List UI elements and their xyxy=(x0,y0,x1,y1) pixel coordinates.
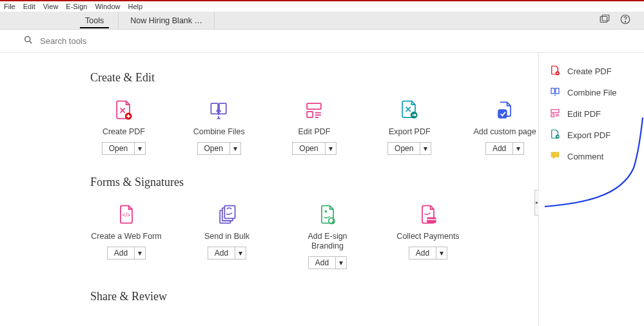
send-in-bulk-icon xyxy=(214,202,240,228)
svg-rect-23 xyxy=(427,218,436,223)
dropdown-caret[interactable]: ▾ xyxy=(436,247,447,260)
svg-line-5 xyxy=(30,41,32,43)
dropdown-caret[interactable]: ▾ xyxy=(135,142,146,155)
tool-label: Edit PDF xyxy=(298,127,330,137)
dropdown-caret[interactable]: ▾ xyxy=(336,256,347,269)
svg-point-20 xyxy=(325,210,327,213)
right-rail: ▸ Create PDF Combine File Edit PDF Expor… xyxy=(538,53,640,326)
rail-create-pdf[interactable]: Create PDF xyxy=(539,61,640,82)
comment-icon xyxy=(549,150,561,163)
tool-label: Add E-sign Branding xyxy=(291,232,364,251)
tab-document[interactable]: Now Hiring Blank … xyxy=(118,12,215,29)
svg-point-22 xyxy=(332,221,335,224)
create-pdf-icon xyxy=(549,65,561,78)
search-input[interactable] xyxy=(40,36,233,46)
tool-export-pdf[interactable]: Export PDF Open ▾ xyxy=(376,97,443,155)
export-pdf-icon xyxy=(549,128,561,142)
svg-rect-26 xyxy=(551,88,554,94)
svg-rect-1 xyxy=(602,15,609,21)
export-pdf-icon xyxy=(396,97,422,123)
section-title-create-edit: Create & Edit xyxy=(90,71,538,85)
rail-comment[interactable]: Comment xyxy=(539,146,640,167)
rail-label: Edit PDF xyxy=(567,109,601,119)
open-button[interactable]: Open xyxy=(197,142,230,155)
menu-window[interactable]: Window xyxy=(95,3,120,10)
tool-esign-branding[interactable]: Add E-sign Branding Add ▾ xyxy=(291,202,364,269)
rail-export-pdf[interactable]: Export PDF xyxy=(539,125,640,146)
svg-point-3 xyxy=(625,21,625,22)
combine-files-icon xyxy=(549,86,561,99)
edit-pdf-icon xyxy=(301,97,327,123)
dropdown-caret[interactable]: ▾ xyxy=(326,142,337,155)
rail-edit-pdf[interactable]: Edit PDF xyxy=(539,103,640,125)
rail-label: Create PDF xyxy=(567,66,612,76)
combine-files-icon xyxy=(206,97,232,123)
tool-label: Create PDF xyxy=(102,127,145,137)
search-icon xyxy=(23,35,34,48)
menu-view[interactable]: View xyxy=(43,3,59,10)
tool-edit-pdf[interactable]: Edit PDF Open ▾ xyxy=(281,97,348,155)
share-icon[interactable] xyxy=(599,14,610,28)
svg-rect-7 xyxy=(211,103,218,114)
svg-rect-0 xyxy=(600,16,607,22)
dropdown-caret[interactable]: ▾ xyxy=(235,247,246,260)
rail-label: Export PDF xyxy=(567,130,610,140)
tool-label: Combine Files xyxy=(193,127,245,137)
tool-label: Collect Payments xyxy=(396,232,459,241)
svg-rect-29 xyxy=(551,114,554,117)
tool-create-pdf[interactable]: Create PDF Open ▾ xyxy=(90,97,157,155)
svg-rect-28 xyxy=(551,110,559,113)
svg-point-4 xyxy=(25,36,30,41)
open-button[interactable]: Open xyxy=(387,142,420,155)
tool-send-in-bulk[interactable]: Send in Bulk Add ▾ xyxy=(191,202,263,269)
svg-rect-10 xyxy=(307,112,313,117)
menu-file[interactable]: File xyxy=(4,3,15,10)
tools-content: Create & Edit Create PDF Open ▾ Combine … xyxy=(0,53,538,326)
tab-tools[interactable]: Tools xyxy=(71,12,118,29)
add-custom-page-icon xyxy=(492,97,518,123)
svg-rect-8 xyxy=(219,103,226,114)
dropdown-caret[interactable]: ▾ xyxy=(135,247,146,260)
add-button[interactable]: Add xyxy=(308,256,336,269)
add-button[interactable]: Add xyxy=(409,247,436,260)
tool-create-web-form[interactable]: </> Create a Web Form Add ▾ xyxy=(90,202,162,269)
search-bar xyxy=(0,30,644,53)
web-form-icon: </> xyxy=(113,202,139,228)
dropdown-caret[interactable]: ▾ xyxy=(230,142,241,155)
add-button[interactable]: Add xyxy=(485,142,513,155)
svg-rect-27 xyxy=(556,88,559,94)
svg-rect-15 xyxy=(498,109,507,118)
tool-label: Create a Web Form xyxy=(91,232,162,241)
help-icon[interactable] xyxy=(620,14,631,28)
tool-label: Add custom page xyxy=(473,127,536,137)
dropdown-caret[interactable]: ▾ xyxy=(513,142,524,155)
rail-label: Comment xyxy=(567,152,603,161)
tool-combine-files[interactable]: Combine Files Open ▾ xyxy=(186,97,253,155)
menu-esign[interactable]: E-Sign xyxy=(66,3,87,10)
open-button[interactable]: Open xyxy=(292,142,325,155)
section-title-share-review: Share & Review xyxy=(90,290,538,303)
add-button[interactable]: Add xyxy=(208,247,235,260)
svg-text:</>: </> xyxy=(122,212,130,218)
menu-bar: File Edit View E-Sign Window Help xyxy=(0,0,644,12)
svg-rect-9 xyxy=(307,103,322,109)
dropdown-caret[interactable]: ▾ xyxy=(420,142,431,155)
section-title-forms-signatures: Forms & Signatures xyxy=(90,176,538,189)
collect-payments-icon xyxy=(415,202,441,228)
rail-combine-file[interactable]: Combine File xyxy=(539,82,640,103)
tool-collect-payments[interactable]: Collect Payments Add ▾ xyxy=(392,202,464,269)
tool-add-custom-page[interactable]: Add custom page Add ▾ xyxy=(471,97,538,155)
add-button[interactable]: Add xyxy=(107,247,135,260)
esign-branding-icon xyxy=(315,202,340,228)
menu-help[interactable]: Help xyxy=(128,3,143,10)
collapse-rail-handle[interactable]: ▸ xyxy=(534,190,539,216)
rail-label: Combine File xyxy=(567,88,617,97)
tool-label: Export PDF xyxy=(389,127,431,137)
create-pdf-icon xyxy=(111,97,137,123)
menu-edit[interactable]: Edit xyxy=(23,3,35,10)
open-button[interactable]: Open xyxy=(102,142,135,155)
edit-pdf-icon xyxy=(549,107,561,121)
tab-strip: Tools Now Hiring Blank … xyxy=(0,12,644,30)
tool-label: Send in Bulk xyxy=(204,232,249,241)
